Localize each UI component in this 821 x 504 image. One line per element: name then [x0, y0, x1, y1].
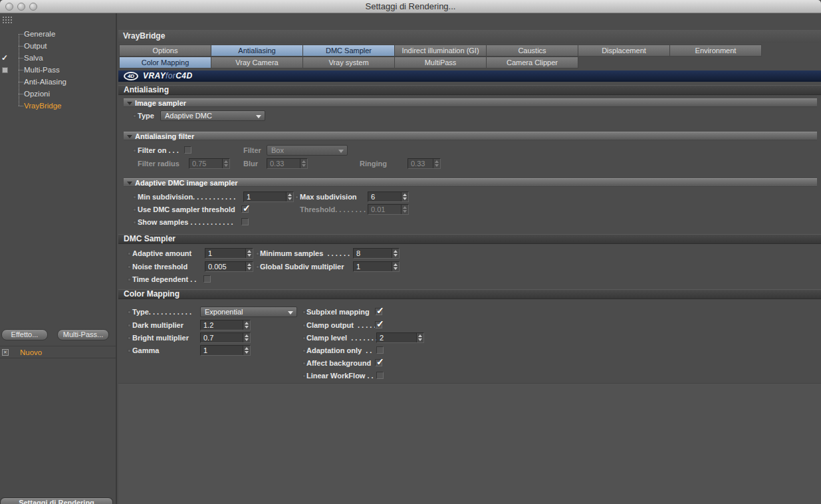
spinner-icon[interactable]: [416, 333, 423, 342]
spinner-icon[interactable]: [243, 346, 250, 355]
param-marker-icon: [133, 221, 136, 224]
spinner-icon[interactable]: [401, 205, 408, 214]
multipass-button[interactable]: Multi-Pass...: [57, 329, 109, 340]
multipass-checkbox[interactable]: [2, 67, 8, 73]
color-mapping-type-dropdown[interactable]: Exponential: [200, 307, 297, 317]
threshold-field[interactable]: 0.01: [368, 204, 409, 215]
tab-vray-system[interactable]: Vray system: [302, 57, 395, 68]
bright-multiplier-field[interactable]: 0.7: [200, 332, 251, 343]
row-cm-6: Linear WorkFlow . .: [118, 370, 821, 381]
tab-dmc-sampler[interactable]: DMC Sampler: [302, 45, 395, 57]
spinner-icon[interactable]: [300, 159, 307, 168]
param-marker-icon: [302, 324, 306, 327]
affect-background-checkbox[interactable]: [375, 359, 382, 366]
clamp-level-field[interactable]: 2: [376, 332, 424, 343]
param-marker-icon: [295, 195, 298, 199]
adaptation-only-checkbox[interactable]: [376, 346, 384, 354]
sidebar-item-antialiasing[interactable]: Anti-Aliasing: [0, 76, 116, 88]
param-marker-icon: [128, 336, 131, 340]
tab-displacement[interactable]: Displacement: [578, 45, 670, 57]
ringing-field[interactable]: 0.33: [408, 158, 441, 169]
param-marker-icon: [302, 362, 306, 365]
spinner-icon[interactable]: [243, 333, 250, 342]
tab-antialiasing[interactable]: Antialiasing: [211, 45, 303, 57]
tab-environment[interactable]: Environment: [669, 45, 762, 57]
brand-for: for: [166, 71, 176, 80]
tab-multipass[interactable]: MultiPass: [394, 57, 487, 68]
tab-indirect-illumination[interactable]: Indirect illumination (GI): [394, 45, 487, 57]
filter-on-label: Filter on . . .: [138, 145, 179, 156]
bright-multiplier-label: Bright multiplier: [132, 332, 189, 343]
subpixel-mapping-checkbox[interactable]: [375, 308, 382, 315]
time-dependent-checkbox[interactable]: [203, 275, 211, 283]
row-subdivision: Min subdivision. . . . . . . . . . . 1 M…: [118, 191, 821, 202]
use-dmc-threshold-checkbox[interactable]: [241, 205, 249, 213]
max-subdivision-field[interactable]: 6: [368, 191, 409, 202]
global-subdiv-field[interactable]: 1: [353, 261, 400, 272]
param-marker-icon: [128, 252, 131, 255]
spinner-icon[interactable]: [392, 249, 399, 258]
nuovo-icon[interactable]: [2, 349, 9, 356]
spinner-icon[interactable]: [245, 262, 253, 271]
show-samples-checkbox[interactable]: [241, 218, 249, 225]
sidebar-item-opzioni[interactable]: Opzioni: [0, 88, 116, 100]
vray-logo-icon: 4D: [124, 72, 138, 80]
adaptation-only-label: Adaptation only . .: [306, 345, 372, 356]
noise-threshold-field[interactable]: 0.005: [205, 261, 253, 272]
filter-type-dropdown[interactable]: Box: [267, 145, 348, 156]
spinner-icon[interactable]: [286, 192, 293, 201]
param-marker-icon: [128, 265, 131, 269]
spinner-icon[interactable]: [222, 159, 229, 168]
window-titlebar[interactable]: Settaggi di Rendering...: [0, 0, 821, 13]
dark-multiplier-field[interactable]: 1.2: [200, 320, 251, 330]
tab-color-mapping[interactable]: Color Mapping: [119, 57, 211, 68]
drag-handle-icon[interactable]: [2, 16, 13, 23]
tab-vray-camera[interactable]: Vray Camera: [211, 57, 303, 68]
nuovo-row[interactable]: Nuovo: [0, 346, 116, 358]
spinner-icon[interactable]: [401, 192, 408, 201]
image-sampler-type-dropdown[interactable]: Adaptive DMC: [160, 110, 265, 121]
row-cm-2: Dark multiplier 1.2 Clamp output . . . .…: [118, 320, 821, 330]
vray-logo-banner: 4D VRAYforC4D: [118, 70, 821, 82]
spinner-icon[interactable]: [243, 320, 250, 330]
blur-field[interactable]: 0.33: [267, 158, 308, 169]
tab-camera-clipper[interactable]: Camera Clipper: [486, 57, 578, 68]
filter-radius-field[interactable]: 0.75: [189, 158, 230, 169]
effect-button[interactable]: Effetto...: [1, 329, 48, 340]
min-subdivision-label: Min subdivision. . . . . . . . . . .: [138, 191, 235, 202]
min-subdivision-field[interactable]: 1: [243, 191, 294, 202]
linear-workflow-checkbox[interactable]: [376, 372, 384, 379]
sidebar-item-vraybridge[interactable]: VrayBridge: [0, 100, 116, 112]
row-filter-on: Filter on . . . Filter Box: [118, 145, 821, 156]
sidebar-item-generale[interactable]: Generale: [0, 28, 116, 40]
dark-multiplier-label: Dark multiplier: [132, 320, 183, 330]
clamp-output-checkbox[interactable]: [375, 321, 382, 328]
gamma-field[interactable]: 1: [200, 345, 251, 356]
minimum-samples-label: Minimum samples . . . . . .: [260, 248, 350, 259]
salva-check-icon[interactable]: [1, 52, 8, 64]
param-marker-icon: [128, 349, 131, 352]
spinner-icon[interactable]: [245, 249, 253, 258]
cm-type-label: Type. . . . . . . . . . .: [132, 307, 191, 317]
sidebar-item-multipass[interactable]: Multi-Pass: [0, 64, 116, 76]
section-color-mapping: Color Mapping: [118, 289, 821, 299]
param-marker-icon: [256, 252, 259, 255]
tab-caustics[interactable]: Caustics: [486, 45, 578, 57]
param-marker-icon: [128, 311, 131, 314]
adaptive-amount-field[interactable]: 1: [205, 248, 253, 259]
spinner-icon[interactable]: [433, 159, 440, 168]
filter-on-checkbox[interactable]: [184, 146, 191, 154]
render-settings-bottom-tab[interactable]: Settaggi di Rendering: [0, 497, 113, 504]
blur-label: Blur: [243, 158, 258, 169]
minimum-samples-field[interactable]: 8: [353, 248, 400, 259]
clamp-output-label: Clamp output . . . . .: [306, 320, 376, 330]
linear-workflow-label: Linear WorkFlow . .: [306, 370, 374, 381]
subsection-adaptive-dmc[interactable]: Adaptive DMC image sampler: [124, 178, 817, 187]
sidebar-item-output[interactable]: Output: [0, 40, 116, 52]
subsection-image-sampler[interactable]: Image sampler: [124, 98, 817, 107]
spinner-icon[interactable]: [392, 262, 399, 271]
tab-options[interactable]: Options: [119, 45, 211, 57]
subsection-antialiasing-filter[interactable]: Antialiasing filter: [124, 132, 817, 140]
brand-vray: VRAY: [143, 71, 166, 80]
sidebar-item-salva[interactable]: Salva: [0, 52, 116, 64]
